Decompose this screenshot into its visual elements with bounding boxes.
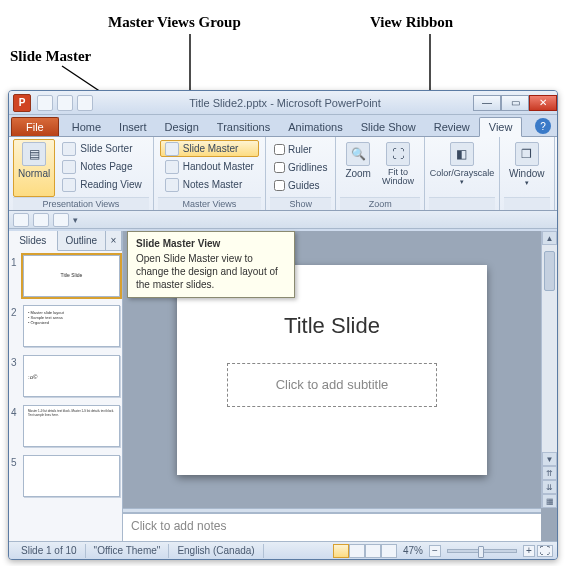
color-grayscale-button[interactable]: ◧Color/Grayscale▾ — [429, 139, 495, 197]
slide-master-button[interactable]: Slide Master — [160, 140, 259, 157]
close-button[interactable]: ✕ — [529, 95, 557, 111]
group-color-grayscale: ◧Color/Grayscale▾ — [425, 137, 500, 210]
status-reading-view-icon[interactable] — [365, 544, 381, 558]
sec-overflow-icon[interactable]: ▾ — [73, 215, 78, 225]
guides-label: Guides — [288, 180, 320, 191]
zoom-out-button[interactable]: − — [429, 545, 441, 557]
notes-page-button[interactable]: Notes Page — [57, 158, 147, 175]
maximize-button[interactable]: ▭ — [501, 95, 529, 111]
minimize-button[interactable]: — — [473, 95, 501, 111]
normal-view-icon: ▤ — [22, 142, 46, 166]
slide-title[interactable]: Title Slide — [284, 313, 380, 339]
zoom-icon: 🔍 — [346, 142, 370, 166]
thumb-4[interactable]: 4Master 1-9 list details text block. Mas… — [11, 405, 120, 447]
zoom-button[interactable]: 🔍Zoom — [340, 139, 376, 197]
notes-master-label: Notes Master — [183, 179, 242, 190]
status-theme: "Office Theme" — [86, 544, 170, 558]
pane-close-button[interactable]: × — [106, 231, 122, 250]
thumb-5[interactable]: 5 — [11, 455, 120, 497]
zoom-in-button[interactable]: + — [523, 545, 535, 557]
scroll-up-icon[interactable]: ▲ — [542, 231, 557, 245]
tab-transitions[interactable]: Transitions — [208, 118, 279, 136]
notes-master-icon — [165, 178, 179, 192]
fit-window-label: Fit to Window — [382, 168, 414, 186]
scroll-thumb[interactable] — [544, 251, 555, 291]
status-zoom-value: 47% — [399, 545, 427, 556]
window-icon: ❐ — [515, 142, 539, 166]
sec-redo-icon[interactable] — [53, 213, 69, 227]
reading-view-icon — [62, 178, 76, 192]
tab-insert[interactable]: Insert — [110, 118, 156, 136]
slide-subtitle-placeholder[interactable]: Click to add subtitle — [227, 363, 437, 407]
prev-slide-icon[interactable]: ⇈ — [542, 466, 557, 480]
notes-master-button[interactable]: Notes Master — [160, 176, 259, 193]
thumb-1[interactable]: 1Title Slide — [11, 255, 120, 297]
sec-save-icon[interactable] — [13, 213, 29, 227]
group-presentation-views: ▤ Normal Slide Sorter Notes Page Reading… — [9, 137, 154, 210]
next-slide-icon[interactable]: ⇊ — [542, 480, 557, 494]
sec-undo-icon[interactable] — [33, 213, 49, 227]
help-icon[interactable]: ? — [535, 118, 551, 134]
guides-checkbox[interactable]: Guides — [272, 177, 329, 194]
status-view-buttons — [333, 544, 397, 558]
reading-view-label: Reading View — [80, 179, 142, 190]
group-color-grayscale-label — [429, 197, 495, 210]
slide-master-label: Slide Master — [183, 143, 239, 154]
qat-redo-icon[interactable] — [77, 95, 93, 111]
notes-page-label: Notes Page — [80, 161, 132, 172]
fit-window-button[interactable]: ⛶Fit to Window — [376, 139, 420, 197]
pane-tab-slides[interactable]: Slides — [9, 231, 58, 251]
zoom-slider[interactable] — [447, 549, 517, 553]
status-sorter-view-icon[interactable] — [349, 544, 365, 558]
group-macros: ⌘Macros Macros — [555, 137, 558, 210]
slide-master-icon — [165, 142, 179, 156]
annotation-master-views-group: Master Views Group — [108, 14, 241, 31]
gridlines-checkbox[interactable]: Gridlines — [272, 159, 329, 176]
thumb-2[interactable]: 2• Master slide layout • Sample text are… — [11, 305, 120, 347]
pane-tab-outline[interactable]: Outline — [58, 231, 107, 250]
chevron-down-icon: ▾ — [525, 179, 529, 187]
group-master-views-label: Master Views — [158, 197, 261, 210]
ruler-checkbox[interactable]: Ruler — [272, 141, 329, 158]
slide-sorter-button[interactable]: Slide Sorter — [57, 140, 147, 157]
window-title: Title Slide2.pptx - Microsoft PowerPoint — [97, 97, 473, 109]
status-slide-count: Slide 1 of 10 — [13, 544, 86, 558]
group-zoom-label: Zoom — [340, 197, 420, 210]
reading-view-button[interactable]: Reading View — [57, 176, 147, 193]
status-slideshow-view-icon[interactable] — [381, 544, 397, 558]
slide-sorter-label: Slide Sorter — [80, 143, 132, 154]
qat-undo-icon[interactable] — [57, 95, 73, 111]
color-grayscale-label: Color/Grayscale — [430, 168, 495, 178]
status-language[interactable]: English (Canada) — [169, 544, 263, 558]
secondary-toolbar: ▾ — [9, 211, 557, 229]
tab-design[interactable]: Design — [156, 118, 208, 136]
tab-slideshow[interactable]: Slide Show — [352, 118, 425, 136]
window-button[interactable]: ❐Window▾ — [504, 139, 550, 197]
status-normal-view-icon[interactable] — [333, 544, 349, 558]
handout-master-button[interactable]: Handout Master — [160, 158, 259, 175]
scroll-down-icon[interactable]: ▼ — [542, 452, 557, 466]
slide-sorter-icon — [62, 142, 76, 156]
tab-file[interactable]: File — [11, 117, 59, 136]
qat-save-icon[interactable] — [37, 95, 53, 111]
window-label: Window — [509, 168, 545, 179]
notes-pane[interactable]: Click to add notes — [123, 513, 541, 541]
group-show-label: Show — [270, 197, 331, 210]
ribbon-view: ▤ Normal Slide Sorter Notes Page Reading… — [9, 137, 557, 211]
notes-page-icon — [62, 160, 76, 174]
fit-to-window-status-icon[interactable]: ⛶ — [537, 545, 553, 557]
tab-home[interactable]: Home — [63, 118, 110, 136]
tab-review[interactable]: Review — [425, 118, 479, 136]
tab-view[interactable]: View — [479, 117, 523, 137]
thumb-3[interactable]: 3:o© — [11, 355, 120, 397]
vertical-scrollbar[interactable]: ▲ ▼ ⇈ ⇊ ▦ — [541, 231, 557, 508]
group-window: ❐Window▾ — [500, 137, 555, 210]
normal-view-label: Normal — [18, 168, 50, 179]
tab-animations[interactable]: Animations — [279, 118, 351, 136]
tooltip-body: Open Slide Master view to change the des… — [136, 252, 286, 291]
zoom-slider-thumb[interactable] — [478, 546, 484, 558]
slide-nav-icon[interactable]: ▦ — [542, 494, 557, 508]
annotation-slide-master: Slide Master — [10, 48, 91, 65]
normal-view-button[interactable]: ▤ Normal — [13, 139, 55, 197]
app-icon: P — [13, 94, 31, 112]
